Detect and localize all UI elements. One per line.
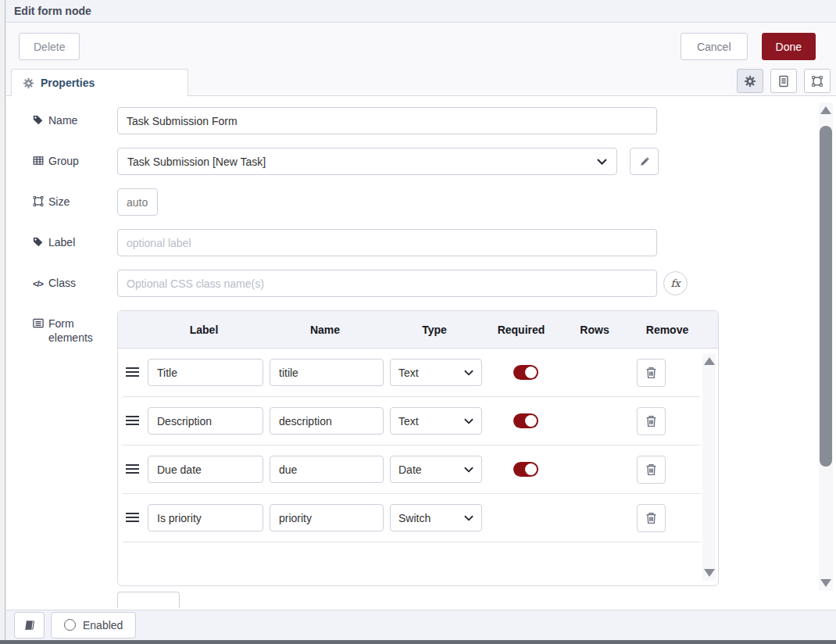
window-bottom-edge [0,640,836,644]
panel-scrollbar[interactable] [819,102,833,591]
name-input[interactable] [117,107,657,134]
delete-button[interactable]: Delete [19,33,80,60]
done-button[interactable]: Done [762,33,816,60]
form-elements-row: Form elements Label Name Type Required R… [31,310,836,608]
drag-handle-icon[interactable] [126,513,139,523]
required-toggle[interactable] [513,413,538,428]
tag-icon [31,113,45,126]
edit-group-button[interactable] [630,148,659,175]
document-icon [777,75,790,88]
element-type-select[interactable]: Text [390,407,482,435]
form-elements-table: Label Name Type Required Rows Remove [117,310,719,586]
form-elements-label: Form elements [48,317,117,345]
element-name-input[interactable] [270,407,384,435]
gear-icon [744,75,756,88]
drag-handle-icon[interactable] [126,367,139,377]
table-row: Switch [123,494,701,542]
object-group-icon [31,195,45,207]
scrollbar-thumb[interactable] [820,126,832,467]
element-label-input[interactable] [148,407,263,435]
group-field-row: Group Task Submission [New Task] [31,148,836,175]
size-field-row: Size [31,188,836,216]
edit-form-node-dialog: Edit form node Delete Cancel Done [6,0,836,640]
table-body: Text [118,349,718,585]
element-name-input[interactable] [270,456,384,483]
workspace-edge [0,0,5,640]
table-header-row: Label Name Type Required Rows Remove [118,311,718,349]
chevron-down-icon [464,418,473,424]
appearance-tab-button[interactable] [804,69,831,93]
enabled-label: Enabled [83,619,123,631]
required-toggle[interactable] [513,462,538,477]
drag-handle-icon[interactable] [126,416,139,426]
scroll-up-icon[interactable] [704,357,715,365]
tab-properties[interactable]: Properties [11,69,188,96]
dialog-toolbar: Delete Cancel Done Properties [6,23,836,96]
header-rows: Rows [559,324,631,336]
table-icon [31,154,45,166]
fx-expression-button[interactable]: fx [663,271,688,295]
table-row: Date [123,445,701,494]
header-label: Label [143,324,265,336]
group-select[interactable]: Task Submission [New Task] [117,148,617,175]
gear-icon [23,77,34,89]
chevron-down-icon [464,467,473,473]
label-input[interactable] [117,229,657,256]
dialog-header: Edit form node [6,0,836,23]
circle-icon [64,619,76,631]
drag-handle-icon[interactable] [126,464,139,474]
element-label-input[interactable] [148,359,263,386]
element-type-select[interactable]: Date [390,456,482,483]
node-help-button[interactable] [14,612,45,639]
trash-icon [645,512,657,524]
size-field-label: Size [48,195,70,209]
group-field-label: Group [48,154,79,168]
chevron-down-icon [464,370,473,376]
group-select-value: Task Submission [New Task] [127,156,597,168]
chevron-down-icon [464,515,473,521]
element-type-select[interactable]: Text [390,359,482,386]
tag-icon [31,235,45,248]
code-icon: </> [31,276,45,291]
description-tab-button[interactable] [770,69,797,93]
label-field-row: Label [31,229,836,256]
book-icon [23,619,36,631]
table-row: Text [123,397,701,445]
element-name-input[interactable] [270,504,384,531]
table-scrollbar[interactable] [702,353,716,581]
required-toggle[interactable] [513,365,538,380]
trash-icon [645,415,657,428]
class-field-label: Class [48,276,76,290]
label-field-label: Label [48,235,75,249]
cancel-button[interactable]: Cancel [681,33,748,60]
element-label-input[interactable] [148,456,263,483]
header-name: Name [265,324,385,336]
element-name-input[interactable] [270,359,384,386]
properties-tab-button[interactable] [737,69,763,93]
remove-element-button[interactable] [637,456,666,484]
remove-element-button[interactable] [637,359,666,387]
scroll-down-icon[interactable] [704,569,715,577]
list-icon [31,317,45,329]
dialog-footer: Enabled [6,610,836,640]
properties-panel: Name Group Task Submission [New Task] [6,96,836,610]
remove-element-button[interactable] [637,407,666,435]
header-type: Type [385,324,484,336]
fx-icon: fx [670,277,680,289]
class-input[interactable] [117,270,657,297]
element-label-input[interactable] [148,504,263,531]
add-element-button[interactable] [117,592,180,608]
pencil-icon [639,156,650,167]
remove-element-button[interactable] [637,504,666,532]
header-remove: Remove [631,324,704,336]
tab-properties-label: Properties [41,77,95,89]
table-row: Text [123,349,701,397]
scroll-up-icon[interactable] [820,106,831,114]
header-required: Required [484,324,559,336]
name-field-row: Name [31,107,836,134]
scroll-down-icon[interactable] [820,579,831,587]
size-input[interactable] [117,188,158,216]
enabled-toggle-button[interactable]: Enabled [51,612,136,639]
element-type-select[interactable]: Switch [390,504,482,531]
name-field-label: Name [48,113,77,127]
